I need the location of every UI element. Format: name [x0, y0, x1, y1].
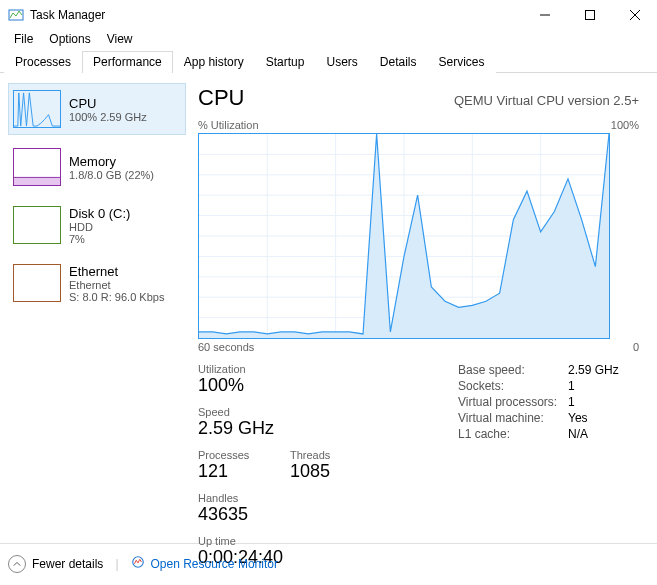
- svg-rect-0: [9, 10, 23, 20]
- stat-value: 1085: [290, 461, 350, 482]
- stat-value: 43635: [198, 504, 258, 525]
- stat-val: 2.59 GHz: [568, 363, 619, 377]
- window-title: Task Manager: [30, 8, 522, 22]
- sidebar-item-label: Ethernet: [69, 264, 164, 279]
- app-icon: [8, 7, 24, 23]
- maximize-button[interactable]: [567, 0, 612, 30]
- stats-secondary: Base speed:2.59 GHz Sockets:1 Virtual pr…: [458, 363, 619, 578]
- sidebar-item-sub: HDD 7%: [69, 221, 130, 245]
- chart-top-left-label: % Utilization: [198, 119, 259, 131]
- stat-val: 1: [568, 379, 575, 393]
- cpu-thumb-icon: [13, 90, 61, 128]
- tab-services[interactable]: Services: [428, 51, 496, 73]
- stats-primary: Utilization 100% Speed 2.59 GHz Processe…: [198, 363, 408, 578]
- disk-thumb-icon: [13, 206, 61, 244]
- stat-key: L1 cache:: [458, 427, 568, 441]
- separator: |: [115, 557, 118, 571]
- stat-value: 121: [198, 461, 268, 482]
- resource-monitor-icon: [131, 555, 145, 572]
- tab-strip: Processes Performance App history Startu…: [0, 50, 657, 73]
- svg-rect-2: [585, 11, 594, 20]
- stat-val: Yes: [568, 411, 588, 425]
- title-bar: Task Manager: [0, 0, 657, 30]
- minimize-button[interactable]: [522, 0, 567, 30]
- sidebar-item-label: CPU: [69, 96, 147, 111]
- stat-label: Handles: [198, 492, 258, 504]
- chevron-up-icon: [13, 560, 21, 568]
- stat-val: 1: [568, 395, 575, 409]
- fewer-details-label[interactable]: Fewer details: [32, 557, 103, 571]
- stat-key: Virtual machine:: [458, 411, 568, 425]
- cpu-model: QEMU Virtual CPU version 2.5+: [454, 93, 639, 108]
- sidebar: CPU 100% 2.59 GHz Memory 1.8/8.0 GB (22%…: [0, 73, 192, 543]
- menu-file[interactable]: File: [6, 30, 41, 50]
- menu-options[interactable]: Options: [41, 30, 98, 50]
- stat-val: N/A: [568, 427, 588, 441]
- sidebar-item-memory[interactable]: Memory 1.8/8.0 GB (22%): [8, 141, 186, 193]
- ethernet-thumb-icon: [13, 264, 61, 302]
- chart-top-right-label: 100%: [611, 119, 639, 131]
- sidebar-item-label: Disk 0 (C:): [69, 206, 130, 221]
- tab-app-history[interactable]: App history: [173, 51, 255, 73]
- svg-rect-5: [14, 177, 60, 185]
- tab-performance[interactable]: Performance: [82, 51, 173, 73]
- stat-label: Up time: [198, 535, 283, 547]
- stat-key: Base speed:: [458, 363, 568, 377]
- chart-bottom-left-label: 60 seconds: [198, 341, 254, 353]
- stat-value: 2.59 GHz: [198, 418, 298, 439]
- fewer-details-toggle[interactable]: [8, 555, 26, 573]
- stat-label: Threads: [290, 449, 350, 461]
- tab-startup[interactable]: Startup: [255, 51, 316, 73]
- stat-value: 100%: [198, 375, 278, 396]
- stat-label: Speed: [198, 406, 298, 418]
- sidebar-item-ethernet[interactable]: Ethernet Ethernet S: 8.0 R: 96.0 Kbps: [8, 257, 186, 309]
- close-button[interactable]: [612, 0, 657, 30]
- menu-view[interactable]: View: [99, 30, 141, 50]
- sidebar-item-label: Memory: [69, 154, 154, 169]
- memory-thumb-icon: [13, 148, 61, 186]
- open-resource-monitor-link[interactable]: Open Resource Monitor: [151, 557, 278, 571]
- sidebar-item-cpu[interactable]: CPU 100% 2.59 GHz: [8, 83, 186, 135]
- cpu-chart: [198, 133, 610, 339]
- chart-bottom-right-label: 0: [633, 341, 639, 353]
- menu-bar: File Options View: [0, 30, 657, 50]
- tab-users[interactable]: Users: [315, 51, 368, 73]
- sidebar-item-disk[interactable]: Disk 0 (C:) HDD 7%: [8, 199, 186, 251]
- stat-key: Virtual processors:: [458, 395, 568, 409]
- sidebar-item-sub: 1.8/8.0 GB (22%): [69, 169, 154, 181]
- tab-details[interactable]: Details: [369, 51, 428, 73]
- stat-label: Processes: [198, 449, 268, 461]
- page-title: CPU: [198, 85, 244, 111]
- stat-label: Utilization: [198, 363, 278, 375]
- tab-processes[interactable]: Processes: [4, 51, 82, 73]
- main-panel: CPU QEMU Virtual CPU version 2.5+ % Util…: [192, 73, 657, 543]
- sidebar-item-sub: 100% 2.59 GHz: [69, 111, 147, 123]
- sidebar-item-sub: Ethernet S: 8.0 R: 96.0 Kbps: [69, 279, 164, 303]
- stat-key: Sockets:: [458, 379, 568, 393]
